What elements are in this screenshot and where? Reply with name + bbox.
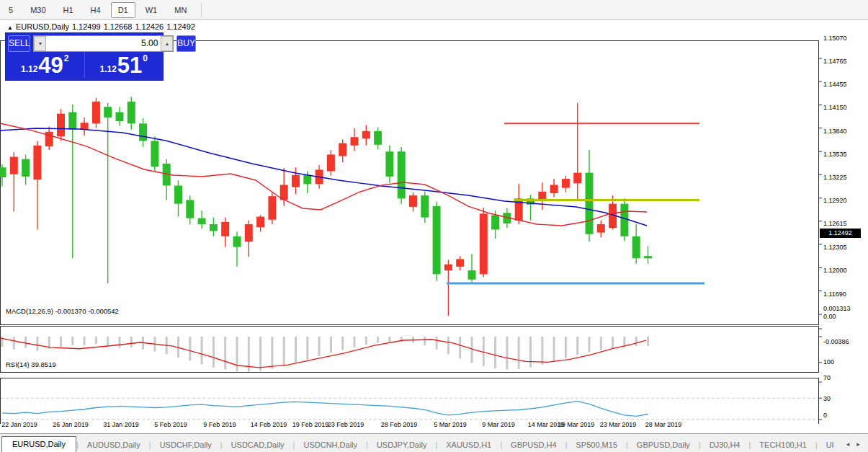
- candle-body: [210, 224, 218, 231]
- sell-price-sup: 2: [64, 53, 69, 63]
- timeframe-button-5[interactable]: 5: [1, 2, 20, 18]
- rsi-axis-label: 70: [823, 374, 831, 381]
- ma-slow-line: [0, 128, 647, 226]
- date-axis-label: 23 Feb 2019: [328, 421, 364, 428]
- toolbar-separator: [201, 3, 202, 17]
- symbol-tab-usdjpy-daily[interactable]: USDJPY,Daily: [368, 438, 436, 452]
- macd-pane-border: [1, 327, 819, 373]
- timeframe-button-mn[interactable]: MN: [167, 2, 194, 18]
- candle-body: [81, 123, 89, 129]
- price-axis-label: 1.14765: [823, 58, 847, 65]
- timeframe-button-h4[interactable]: H4: [84, 2, 108, 18]
- candle-body: [586, 173, 594, 234]
- date-axis-label: 19 Feb 2019: [292, 421, 329, 428]
- candle-body: [92, 102, 100, 123]
- sell-button[interactable]: SELL: [8, 35, 30, 52]
- candle-body: [491, 215, 499, 229]
- date-axis-label: 9 Feb 2019: [203, 421, 236, 428]
- date-axis-label: 5 Feb 2019: [154, 421, 187, 428]
- price-axis-label: 1.13535: [823, 151, 847, 158]
- volume-increase-icon[interactable]: ▲: [161, 36, 173, 51]
- macd-axis-label: -0.00386: [823, 338, 849, 345]
- date-axis-label: 23 Mar 2019: [600, 421, 637, 428]
- candle-body: [186, 200, 194, 218]
- sell-price-display[interactable]: 1.12 49 2: [6, 52, 85, 79]
- date-axis-label: 19 Mar 2019: [558, 421, 595, 428]
- date-axis-label: 22 Jan 2019: [1, 421, 37, 428]
- candle-body: [256, 217, 264, 228]
- tab-scroll-left-icon[interactable]: ◂: [843, 440, 854, 452]
- symbol-tab-eurusd-daily[interactable]: EURUSD,Daily: [1, 436, 76, 452]
- price-axis-label: 1.12920: [823, 197, 847, 204]
- tab-scroll-right-icon[interactable]: ▸: [853, 440, 864, 452]
- ma-fast-line: [0, 123, 647, 226]
- candle-body: [644, 256, 652, 258]
- candle-body: [139, 123, 147, 141]
- rsi-line: [2, 402, 648, 417]
- candle-body: [409, 195, 417, 207]
- candle-body: [620, 204, 628, 236]
- candle-body: [351, 137, 359, 146]
- candle-body: [327, 154, 335, 171]
- symbol-tab-usdchf-daily[interactable]: USDCHF,Daily: [151, 438, 220, 452]
- candle-body: [385, 151, 393, 177]
- collapse-icon[interactable]: ▲: [7, 25, 13, 31]
- candle-body: [0, 167, 6, 177]
- macd-indicator-label: MACD(12,26,9) -0.001370 -0.000542: [6, 307, 119, 315]
- candle-body: [550, 185, 558, 193]
- price-axis-label: 1.15070: [823, 35, 847, 42]
- candle-body: [233, 236, 241, 247]
- sell-price-prefix: 1.12: [21, 64, 37, 74]
- candle-body: [174, 185, 182, 203]
- candle-body: [45, 132, 53, 146]
- volume-decrease-icon[interactable]: ▼: [34, 36, 46, 51]
- current-price-badge: 1.12492: [820, 229, 861, 238]
- candle-body: [433, 206, 441, 275]
- symbol-tab-tech100-h1[interactable]: TECH100,H1: [751, 438, 815, 452]
- candle-body: [468, 270, 476, 280]
- candle-body: [245, 224, 253, 241]
- volume-spinner: ▼ ▲: [33, 35, 174, 52]
- date-axis-label: 26 Jan 2019: [53, 421, 89, 428]
- buy-price-display[interactable]: 1.12 51 0: [85, 52, 164, 79]
- candle-body: [362, 131, 370, 139]
- price-axis-label: 1.12615: [823, 220, 847, 227]
- symbol-tab-gbpusd-h4[interactable]: GBPUSD,H4: [502, 438, 565, 452]
- timeframe-button-d1[interactable]: D1: [111, 2, 135, 18]
- candle-body: [68, 112, 76, 130]
- volume-input[interactable]: [46, 36, 161, 51]
- buy-button[interactable]: BUY: [176, 35, 196, 52]
- symbol-tab-dj30-h4[interactable]: DJ30,H4: [701, 438, 749, 452]
- candle-body: [198, 218, 206, 224]
- chart-open-value: 1.12499: [72, 22, 101, 31]
- symbol-tab-xauusd-h1[interactable]: XAUUSD,H1: [437, 438, 500, 452]
- date-axis-label: 5 Mar 2019: [434, 421, 467, 428]
- macd-axis-label: 0.001313: [823, 305, 851, 312]
- timeframe-button-h1[interactable]: H1: [56, 2, 81, 18]
- price-axis-label: 1.13225: [823, 174, 847, 181]
- rsi-indicator-label: RSI(14) 39.8519: [6, 360, 56, 368]
- date-axis-label: 28 Feb 2019: [381, 421, 418, 428]
- date-axis-label: 14 Feb 2019: [251, 421, 287, 428]
- symbol-tab-usdcnh-daily[interactable]: USDCNH,Daily: [295, 438, 366, 452]
- timeframe-button-m30[interactable]: M30: [23, 2, 53, 18]
- candle-body: [268, 196, 276, 220]
- price-chart-canvas[interactable]: [0, 20, 868, 424]
- rsi-axis-label: 30: [823, 395, 831, 402]
- timeframe-button-w1[interactable]: W1: [138, 2, 165, 18]
- rsi-pane-border: [1, 378, 819, 425]
- symbol-tab-ui[interactable]: UI: [818, 438, 843, 452]
- price-axis-label: 1.12000: [823, 267, 847, 274]
- symbol-tab-bar: EURUSD,Daily|AUDUSD,Daily|USDCHF,Daily|U…: [0, 433, 868, 452]
- symbol-tab-usdcad-daily[interactable]: USDCAD,Daily: [223, 438, 293, 452]
- symbol-tab-sp500-m15[interactable]: SP500,M15: [568, 438, 626, 452]
- candle-body: [221, 222, 229, 236]
- candle-body: [116, 112, 124, 122]
- candle-body: [151, 141, 158, 167]
- date-axis-label: 28 Mar 2019: [645, 421, 682, 428]
- symbol-tab-gbpusd-daily[interactable]: GBPUSD,Daily: [628, 438, 699, 452]
- candle-body: [303, 175, 311, 185]
- symbol-tab-audusd-daily[interactable]: AUDUSD,Daily: [79, 438, 149, 452]
- chart-close-value: 1.12492: [166, 22, 195, 31]
- rsi-axis-label: 100: [823, 358, 834, 365]
